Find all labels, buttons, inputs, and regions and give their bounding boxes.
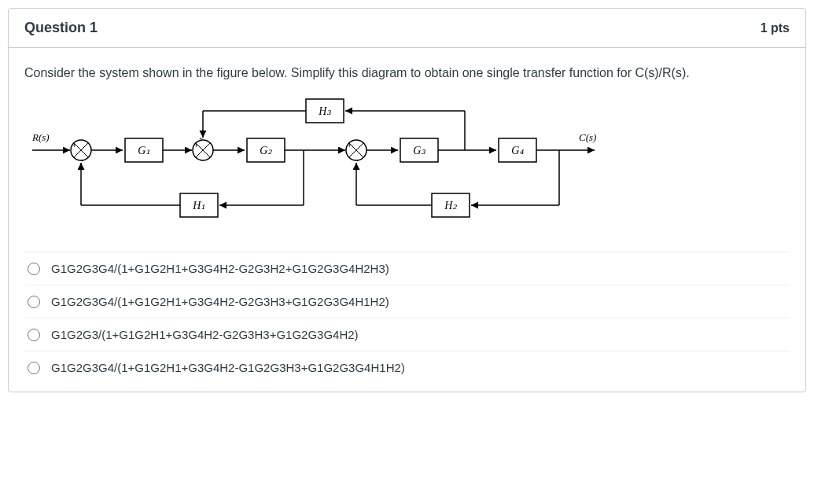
- svg-text:G₃: G₃: [413, 145, 425, 156]
- svg-text:G₂: G₂: [260, 145, 272, 156]
- answer-list: G1G2G3G4/(1+G1G2H1+G3G4H2-G2G3H2+G1G2G3G…: [24, 252, 790, 384]
- answer-option[interactable]: G1G2G3/(1+G1G2H1+G3G4H2-G2G3H3+G1G2G3G4H…: [24, 318, 790, 351]
- input-label: R(s): [31, 131, 50, 143]
- answer-text: G1G2G3G4/(1+G1G2H1+G3G4H2-G2G3H3+G1G2G3G…: [51, 295, 389, 308]
- answer-option[interactable]: G1G2G3G4/(1+G1G2H1+G3G4H2-G2G3H3+G1G2G3G…: [24, 285, 790, 318]
- answer-radio[interactable]: [28, 263, 40, 275]
- output-label: C(s): [579, 131, 596, 143]
- question-points: 1 pts: [761, 21, 790, 35]
- answer-radio[interactable]: [28, 329, 40, 341]
- answer-text: G1G2G3G4/(1+G1G2H1+G3G4H2-G2G3H2+G1G2G3G…: [51, 262, 389, 275]
- question-header: Question 1 1 pts: [9, 9, 805, 48]
- svg-text:+: +: [72, 142, 76, 149]
- answer-radio[interactable]: [28, 296, 40, 308]
- svg-text:G₄: G₄: [511, 145, 524, 156]
- block-diagram-svg: R(s) + - G₁ +: [24, 95, 606, 233]
- svg-text:+: +: [194, 142, 198, 149]
- question-card: Question 1 1 pts Consider the system sho…: [8, 8, 806, 392]
- answer-text: G1G2G3/(1+G1G2H1+G3G4H2-G2G3H3+G1G2G3G4H…: [51, 328, 359, 341]
- answer-option[interactable]: G1G2G3G4/(1+G1G2H1+G3G4H2-G2G3H2+G1G2G3G…: [24, 252, 790, 285]
- svg-text:+: +: [348, 142, 352, 149]
- answer-text: G1G2G3G4/(1+G1G2H1+G3G4H2-G1G2G3H3+G1G2G…: [51, 361, 405, 374]
- question-prompt: Consider the system shown in the figure …: [24, 64, 790, 83]
- answer-option[interactable]: G1G2G3G4/(1+G1G2H1+G3G4H2-G1G2G3H3+G1G2G…: [24, 351, 790, 384]
- question-title: Question 1: [24, 20, 98, 36]
- block-diagram: R(s) + - G₁ +: [24, 95, 790, 233]
- svg-text:H₂: H₂: [444, 200, 457, 212]
- answer-radio[interactable]: [28, 362, 40, 374]
- question-body: Consider the system shown in the figure …: [9, 48, 805, 392]
- svg-text:H₃: H₃: [318, 105, 331, 117]
- svg-text:G₁: G₁: [138, 145, 150, 156]
- svg-text:H₁: H₁: [192, 200, 205, 212]
